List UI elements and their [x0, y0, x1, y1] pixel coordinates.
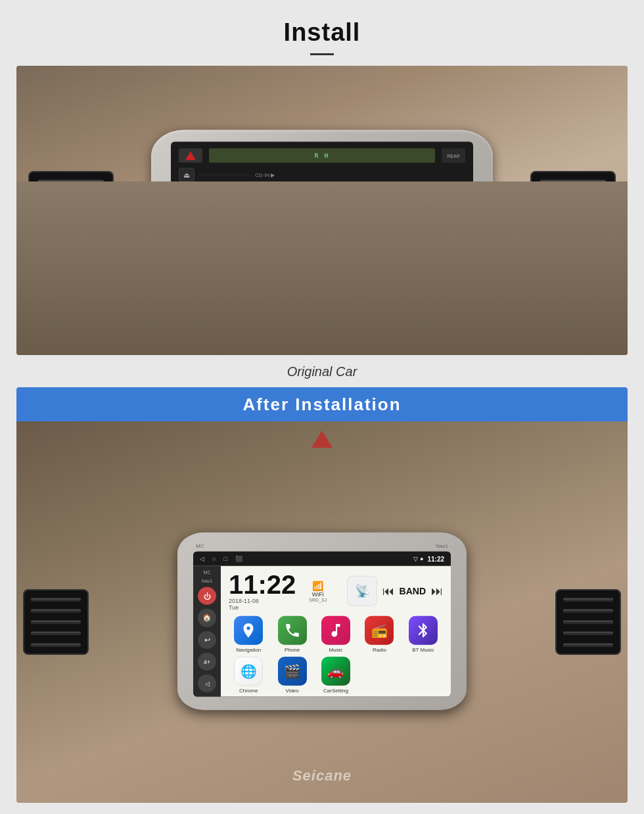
- screen-content: 11:22 2018-11-06 Tue 📶: [221, 566, 451, 697]
- hazard-button: [179, 149, 202, 163]
- original-car-label: Original Car: [287, 364, 357, 379]
- app-music[interactable]: Music: [316, 616, 356, 653]
- original-car-image: R H REAR ⏏ CD-IN ▶: [16, 66, 628, 355]
- app-video[interactable]: 🎬 Video: [272, 657, 311, 694]
- volume-up-sidebar-button[interactable]: 4+: [198, 653, 216, 671]
- app-radio[interactable]: 📻 Radio: [359, 616, 399, 653]
- back-sidebar-button[interactable]: ↩: [198, 631, 216, 648]
- right-vent-after: [555, 589, 621, 655]
- after-banner: After Installation: [16, 387, 628, 421]
- power-sidebar-button[interactable]: ⏻: [198, 587, 216, 605]
- radio-display-top: R H: [209, 149, 435, 163]
- skip-prev-button[interactable]: ⏮: [382, 584, 394, 598]
- skip-next-button[interactable]: ⏭: [431, 584, 443, 598]
- app-navigation[interactable]: Navigation: [229, 616, 268, 653]
- app-carsetting[interactable]: 🚗 CarSetting: [316, 657, 356, 694]
- clock-date: 2018-11-06: [229, 598, 296, 604]
- clock-display: 11:22: [229, 571, 296, 598]
- band-label: BAND: [400, 586, 426, 596]
- watermark: Seicane: [292, 767, 352, 784]
- app-phone[interactable]: Phone: [272, 616, 311, 653]
- home-sidebar-button[interactable]: 🏠: [198, 609, 216, 627]
- android-screen: ◁ ○ □ ⬛ ▽ ● 11:22: [193, 552, 451, 697]
- after-banner-title: After Installation: [242, 395, 401, 415]
- left-vent-after: [23, 589, 89, 655]
- app-bt-music[interactable]: BT Music: [403, 616, 443, 653]
- status-bar: ◁ ○ □ ⬛ ▽ ● 11:22: [193, 552, 451, 566]
- clock-day: Tue: [229, 604, 296, 611]
- screen-sidebar: MC Nav1 ⏻ 🏠 ↩ 4+ ◁: [193, 566, 221, 697]
- app-chrome[interactable]: 🌐 Chrome: [229, 657, 268, 694]
- app-grid: Navigation Phone: [221, 611, 451, 697]
- volume-down-sidebar-button[interactable]: ◁: [198, 675, 216, 692]
- title-divider: [310, 53, 334, 55]
- install-section: Install: [0, 0, 644, 66]
- rear-button: REAR: [442, 149, 465, 163]
- radio-icon: 📡: [347, 576, 377, 606]
- after-installation-section: After Installation: [16, 387, 628, 803]
- status-time: 11:22: [427, 555, 444, 562]
- android-head-unit: MC Nav1 ◁ ○ □ ⬛: [177, 533, 467, 710]
- eject-button: ⏏: [179, 168, 195, 182]
- dashboard-area: [16, 181, 628, 355]
- page-title: Install: [284, 18, 361, 47]
- radio-band-row: 📡 ⏮ BAND ⏭: [347, 576, 443, 606]
- bottom-spacer: [0, 803, 644, 814]
- after-car-image: MC Nav1 ◁ ○ □ ⬛: [16, 421, 628, 803]
